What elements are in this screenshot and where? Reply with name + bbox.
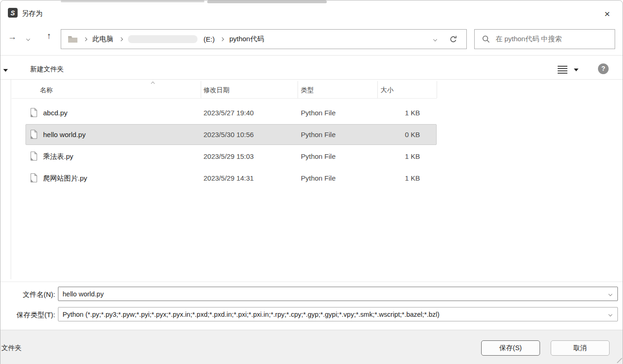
new-folder-button[interactable]: 新建文件夹 xyxy=(30,65,64,74)
file-name: 爬网站图片.py xyxy=(43,167,87,189)
file-type: Python File xyxy=(301,167,336,189)
file-type: Python File xyxy=(301,102,336,124)
sort-ascending-icon xyxy=(151,82,155,86)
file-type: Python File xyxy=(301,124,336,145)
organize-dropdown-icon[interactable] xyxy=(3,69,8,72)
file-name: hello world.py xyxy=(43,124,86,145)
redacted-smudge xyxy=(61,0,204,2)
view-options-chevron-icon[interactable] xyxy=(574,69,578,71)
python-file-icon xyxy=(30,108,38,119)
redacted-smudge xyxy=(207,0,327,3)
table-row[interactable]: abcd.py 2023/5/27 19:40 Python File 1 KB xyxy=(0,102,623,124)
file-size: 0 KB xyxy=(370,124,420,145)
python-file-icon xyxy=(30,173,38,184)
file-list: abcd.py 2023/5/27 19:40 Python File 1 KB… xyxy=(0,102,623,189)
cancel-button[interactable]: 取消 xyxy=(551,340,610,356)
folder-icon xyxy=(68,35,78,43)
window-title: 另存为 xyxy=(22,9,43,18)
filetype-dropdown-icon[interactable] xyxy=(608,313,612,316)
search-icon xyxy=(482,35,490,43)
resize-grip[interactable] xyxy=(617,358,622,363)
file-date: 2023/5/29 14:31 xyxy=(203,167,254,189)
breadcrumb-this-pc[interactable]: 此电脑 xyxy=(93,35,114,44)
filename-input[interactable]: hello world.py xyxy=(58,287,618,301)
forward-icon[interactable]: → xyxy=(8,32,17,42)
breadcrumb-drive[interactable]: (E:) xyxy=(203,35,215,43)
list-view-icon[interactable] xyxy=(558,66,567,67)
app-icon-glyph: S xyxy=(11,9,15,17)
file-date: 2023/5/27 19:40 xyxy=(203,102,254,124)
filename-dropdown-icon[interactable] xyxy=(608,292,612,296)
address-dropdown-icon[interactable] xyxy=(433,38,437,41)
file-size: 1 KB xyxy=(370,167,420,189)
table-row-selected[interactable]: hello world.py 2023/5/30 10:56 Python Fi… xyxy=(0,124,623,145)
breadcrumb-python-folder[interactable]: python代码 xyxy=(229,35,264,44)
filename-value: hello world.py xyxy=(63,290,104,298)
up-icon[interactable]: ↑ xyxy=(47,31,51,41)
dialog-footer: 文件夹 保存(S) 取消 xyxy=(0,330,623,364)
column-header-size[interactable]: 大小 xyxy=(381,82,394,98)
breadcrumb-separator-icon xyxy=(83,38,87,41)
column-header-name[interactable]: 名称 xyxy=(40,82,53,98)
app-icon: S xyxy=(8,8,18,18)
close-icon[interactable]: × xyxy=(599,7,615,21)
table-row[interactable]: 乘法表.py 2023/5/29 15:03 Python File 1 KB xyxy=(0,145,623,167)
help-icon[interactable]: ? xyxy=(598,63,609,74)
file-date: 2023/5/30 10:56 xyxy=(203,124,254,145)
hide-folders-button[interactable]: 文件夹 xyxy=(1,344,22,352)
save-as-dialog: S 另存为 × → ↑ 此电脑 (E:) python代码 在 python代码… xyxy=(0,0,623,364)
save-button[interactable]: 保存(S) xyxy=(481,340,540,356)
file-name: 乘法表.py xyxy=(43,145,73,167)
column-header-date[interactable]: 修改日期 xyxy=(203,82,229,98)
file-date: 2023/5/29 15:03 xyxy=(203,145,254,167)
python-file-icon xyxy=(30,130,38,140)
filetype-value: Python (*.py;*.py3;*.pyw;*.pyi;*.pyx;*.p… xyxy=(63,311,439,318)
file-name: abcd.py xyxy=(43,102,68,124)
column-header-type[interactable]: 类型 xyxy=(301,82,314,98)
filetype-select[interactable]: Python (*.py;*.py3;*.pyw;*.pyi;*.pyx;*.p… xyxy=(58,307,618,321)
breadcrumb-separator-icon xyxy=(119,38,122,41)
refresh-icon[interactable] xyxy=(449,35,458,44)
table-row[interactable]: 爬网站图片.py 2023/5/29 14:31 Python File 1 K… xyxy=(0,167,623,189)
python-file-icon xyxy=(30,151,38,162)
recent-locations-chevron-icon[interactable] xyxy=(26,37,30,41)
file-size: 1 KB xyxy=(370,102,420,124)
filetype-label: 保存类型(T): xyxy=(0,311,55,320)
filename-label: 文件名(N): xyxy=(0,290,55,299)
search-placeholder: 在 python代码 中搜索 xyxy=(496,35,562,44)
address-bar[interactable]: 此电脑 (E:) python代码 xyxy=(61,29,467,49)
file-size: 1 KB xyxy=(370,145,420,167)
search-input[interactable]: 在 python代码 中搜索 xyxy=(474,29,615,49)
breadcrumb-separator-icon xyxy=(220,38,224,41)
redacted-drive-name xyxy=(128,35,197,43)
file-type: Python File xyxy=(301,145,336,167)
